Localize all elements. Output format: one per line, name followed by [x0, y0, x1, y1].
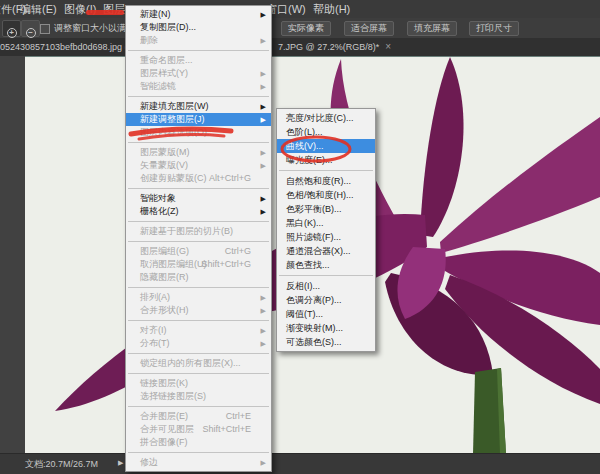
menu-item: 对齐(I)▶ — [126, 324, 271, 337]
menu-item[interactable]: 阈值(T)... — [277, 307, 375, 321]
menu-item-label: 合并图层(E) — [140, 411, 188, 421]
zoom-out-tool-icon[interactable]: − — [21, 20, 40, 37]
status-bar-arrow-icon[interactable]: ▶ — [118, 459, 123, 467]
menu-item-label: 隐藏图层(R) — [140, 272, 189, 282]
menu-item[interactable]: 智能对象▶ — [126, 192, 271, 205]
options-bar-button[interactable]: 适合屏幕 — [344, 21, 394, 36]
menu-item: 图层内容选项(O)... — [126, 126, 271, 139]
submenu-arrow-icon: ▶ — [261, 324, 266, 337]
menu-item-shortcut: Shift+Ctrl+E — [202, 423, 251, 436]
menu-item-label: 合并可见图层 — [140, 424, 194, 434]
menu-item-label: 修边 — [140, 457, 158, 467]
menu-item[interactable]: 颜色查找... — [277, 258, 375, 272]
submenu-arrow-icon: ▶ — [261, 192, 266, 205]
menu-item-label: 排列(A) — [140, 292, 170, 302]
menu-item[interactable]: 色彩平衡(B)... — [277, 202, 375, 216]
options-bar-button[interactable]: 实际像素 — [281, 21, 331, 36]
menu-item[interactable]: 可选颜色(S)... — [277, 335, 375, 349]
submenu-arrow-icon: ▶ — [261, 100, 266, 113]
menu-item: 修边▶ — [126, 456, 271, 469]
pasteboard — [0, 56, 25, 453]
zoom-out-glyph: − — [26, 28, 36, 38]
menu-item-label: 曝光度(E)... — [286, 155, 333, 165]
menu-item-label: 重命名图层... — [140, 55, 193, 65]
menu-item: 新建基于图层的切片(B) — [126, 225, 271, 238]
menu-item[interactable]: 新建调整图层(J)▶ — [126, 113, 271, 126]
menu-bar: 文件(F)编辑(E)图像(I)图层(L)窗口(W)帮助(H) — [0, 0, 600, 19]
menu-item-shortcut: Alt+Ctrl+G — [209, 172, 251, 185]
menu-item-label: 新建(N) — [140, 9, 171, 19]
menu-separator — [128, 373, 269, 374]
menu-item-label: 创建剪贴蒙版(C) — [140, 173, 207, 183]
menu-separator — [128, 221, 269, 222]
menubar-item[interactable]: 帮助(H) — [309, 0, 354, 18]
menu-separator — [128, 96, 269, 97]
menu-item: 选择链接图层(S) — [126, 390, 271, 403]
new-adjustment-layer-submenu: 亮度/对比度(C)...色阶(L)...曲线(V)...曝光度(E)...自然饱… — [276, 108, 376, 352]
menu-item[interactable]: 照片滤镜(F)... — [277, 230, 375, 244]
menu-item-label: 新建填充图层(W) — [140, 101, 209, 111]
menu-item[interactable]: 复制图层(D)... — [126, 21, 271, 34]
menu-item-label: 色阶(L)... — [286, 127, 323, 137]
menu-item-label: 图层蒙版(M) — [140, 147, 190, 157]
menu-item[interactable]: 反相(I)... — [277, 279, 375, 293]
menu-item: 合并图层(E)Ctrl+E — [126, 410, 271, 423]
menu-item[interactable]: 亮度/对比度(C)... — [277, 111, 375, 125]
submenu-arrow-icon: ▶ — [261, 291, 266, 304]
menu-separator — [128, 188, 269, 189]
options-bar-button[interactable]: 填充屏幕 — [407, 21, 457, 36]
menu-item-label: 可选颜色(S)... — [286, 337, 342, 347]
zoom-in-tool-icon[interactable]: + — [2, 20, 21, 37]
menu-item-label: 黑白(K)... — [286, 218, 324, 228]
menu-separator — [128, 287, 269, 288]
document-size-info: 文档:20.7M/26.7M — [25, 458, 98, 471]
menu-item: 取消图层编组(U)Shift+Ctrl+G — [126, 258, 271, 271]
menu-item-label: 分布(T) — [140, 338, 170, 348]
menu-item: 排列(A)▶ — [126, 291, 271, 304]
document-tab-title-right[interactable]: 7.JPG @ 27.2%(RGB/8)*× — [278, 38, 391, 56]
menu-item-label: 智能对象 — [140, 193, 176, 203]
menu-separator — [128, 406, 269, 407]
menu-item-label: 锁定组内的所有图层(X)... — [140, 358, 241, 368]
menu-separator — [128, 353, 269, 354]
menu-item-label: 颜色查找... — [286, 260, 330, 270]
options-bar-button[interactable]: 打印尺寸 — [469, 21, 519, 36]
menu-item-label: 合并形状(H) — [140, 305, 189, 315]
menu-item: 合并可见图层Shift+Ctrl+E — [126, 423, 271, 436]
menu-item-label: 复制图层(D)... — [140, 22, 196, 32]
menu-item-shortcut: Shift+Ctrl+G — [201, 258, 251, 271]
menu-item: 矢量蒙版(V)▶ — [126, 159, 271, 172]
menubar-item[interactable]: 编辑(E) — [16, 0, 61, 18]
menu-item[interactable]: 色阶(L)... — [277, 125, 375, 139]
menu-item[interactable]: 新建填充图层(W)▶ — [126, 100, 271, 113]
submenu-arrow-icon: ▶ — [261, 205, 266, 218]
menu-item[interactable]: 曲线(V)... — [277, 139, 375, 153]
menu-item: 拼合图像(F) — [126, 436, 271, 449]
menubar-item[interactable]: 图像(I) — [60, 0, 100, 18]
menu-item-label: 取消图层编组(U) — [140, 259, 207, 269]
resize-window-checkbox[interactable] — [40, 24, 50, 34]
submenu-arrow-icon: ▶ — [261, 337, 266, 350]
submenu-arrow-icon: ▶ — [261, 8, 266, 21]
menu-item[interactable]: 新建(N)▶ — [126, 8, 271, 21]
menu-item-label: 渐变映射(M)... — [286, 323, 343, 333]
menu-item-label: 栅格化(Z) — [140, 206, 179, 216]
menu-item[interactable]: 栅格化(Z)▶ — [126, 205, 271, 218]
status-bar: 文档:20.7M/26.7M ▶ — [0, 453, 600, 474]
menu-item[interactable]: 曝光度(E)... — [277, 153, 375, 167]
menu-item[interactable]: 黑白(K)... — [277, 216, 375, 230]
document-tab-title-left[interactable]: 052430857103befbd0d698.jpg @ — [0, 38, 125, 56]
menu-item: 智能滤镜▶ — [126, 80, 271, 93]
menu-item[interactable]: 色相/饱和度(H)... — [277, 188, 375, 202]
menu-item[interactable]: 通道混合器(X)... — [277, 244, 375, 258]
menu-item[interactable]: 自然饱和度(R)... — [277, 174, 375, 188]
menu-item-label: 删除 — [140, 35, 158, 45]
tab-close-icon[interactable]: × — [385, 41, 391, 52]
menu-item: 重命名图层... — [126, 54, 271, 67]
menu-item-label: 新建基于图层的切片(B) — [140, 226, 233, 236]
submenu-arrow-icon: ▶ — [261, 304, 266, 317]
menu-item[interactable]: 色调分离(P)... — [277, 293, 375, 307]
menu-item: 图层编组(G)Ctrl+G — [126, 245, 271, 258]
menu-item[interactable]: 渐变映射(M)... — [277, 321, 375, 335]
menu-separator — [128, 452, 269, 453]
